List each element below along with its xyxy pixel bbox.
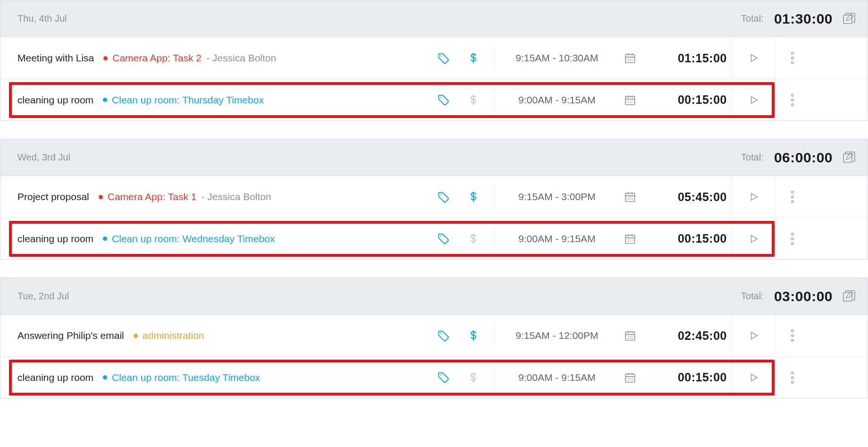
total-time: 03:00:00 <box>774 288 833 304</box>
calendar-button[interactable] <box>614 191 647 203</box>
more-button[interactable] <box>775 357 809 398</box>
more-button[interactable] <box>775 218 809 259</box>
svg-rect-22 <box>843 293 852 301</box>
entry-project[interactable]: Clean up room: Wednesday Timebox <box>103 233 275 245</box>
entries: Meeting with Lisa Camera App: Task 2 - J… <box>0 37 868 120</box>
tag-button[interactable] <box>428 232 458 245</box>
play-button[interactable] <box>732 176 775 218</box>
svg-point-14 <box>791 191 793 193</box>
svg-point-10 <box>791 103 793 105</box>
svg-point-9 <box>791 99 793 101</box>
calendar-button[interactable] <box>614 94 647 106</box>
billable-button[interactable] <box>458 232 489 246</box>
entries: Project proposal Camera App: Task 1 - Je… <box>0 176 868 259</box>
svg-rect-24 <box>625 332 635 340</box>
svg-point-16 <box>791 201 793 202</box>
bulk-edit-icon[interactable] <box>843 290 856 303</box>
more-button[interactable] <box>775 176 809 218</box>
day-header: Tue, 2nd Jul Total: 03:00:00 <box>0 278 868 315</box>
day-group: Thu, 4th Jul Total: 01:30:00 Meeting wit… <box>0 0 868 121</box>
time-range[interactable]: 9:15AM - 10:30AM <box>500 52 614 64</box>
entry-duration[interactable]: 00:15:00 <box>647 232 732 245</box>
svg-rect-13 <box>625 193 635 201</box>
divider <box>494 227 495 251</box>
svg-point-27 <box>791 339 793 341</box>
billable-button[interactable] <box>458 329 489 343</box>
svg-point-25 <box>791 330 793 332</box>
time-range[interactable]: 9:00AM - 9:15AM <box>500 372 614 383</box>
tag-button[interactable] <box>428 191 458 203</box>
divider <box>494 46 495 70</box>
play-button[interactable] <box>732 357 775 398</box>
entry-project[interactable]: Camera App: Task 1 - Jessica Bolton <box>99 191 271 202</box>
svg-point-12 <box>440 194 441 195</box>
entry-duration[interactable]: 00:15:00 <box>647 371 732 384</box>
bulk-edit-icon[interactable] <box>843 13 856 25</box>
play-button[interactable] <box>732 37 775 79</box>
entry-duration[interactable]: 05:45:00 <box>647 190 732 204</box>
billable-button[interactable] <box>458 51 489 65</box>
entry-description-area[interactable]: Answering Philip's email administration <box>17 330 428 341</box>
tag-button[interactable] <box>428 371 458 384</box>
time-range[interactable]: 9:00AM - 9:15AM <box>500 94 614 106</box>
svg-rect-29 <box>625 374 635 382</box>
entry-description-area[interactable]: Project proposal Camera App: Task 1 - Je… <box>17 191 428 202</box>
entry-description: Answering Philip's email <box>17 330 124 341</box>
svg-point-21 <box>791 242 793 244</box>
svg-point-15 <box>791 196 793 198</box>
tag-button[interactable] <box>428 52 458 65</box>
client-label: - Jessica Bolton <box>206 52 276 64</box>
entry-description-area[interactable]: cleaning up room Clean up room: Thursday… <box>17 94 428 106</box>
billable-button[interactable] <box>458 93 489 107</box>
day-date: Thu, 4th Jul <box>17 13 67 24</box>
entry-description-area[interactable]: cleaning up room Clean up room: Tuesday … <box>17 372 428 383</box>
entry-duration[interactable]: 01:15:00 <box>647 51 732 65</box>
svg-rect-18 <box>625 235 635 243</box>
calendar-button[interactable] <box>614 52 647 64</box>
more-button[interactable] <box>775 79 809 120</box>
svg-point-5 <box>791 62 793 64</box>
entry-project[interactable]: administration <box>134 330 204 341</box>
entry-project[interactable]: Clean up room: Thursday Timebox <box>103 94 264 106</box>
entry-description: cleaning up room <box>17 233 93 245</box>
time-range[interactable]: 9:15AM - 3:00PM <box>500 191 614 202</box>
svg-point-30 <box>791 371 793 373</box>
entry-project[interactable]: Camera App: Task 2 - Jessica Bolton <box>103 52 276 64</box>
time-entry[interactable]: Project proposal Camera App: Task 1 - Je… <box>0 176 868 218</box>
tag-button[interactable] <box>428 329 458 342</box>
entry-duration[interactable]: 00:15:00 <box>647 93 732 107</box>
more-button[interactable] <box>775 37 809 79</box>
billable-button[interactable] <box>458 371 489 385</box>
svg-point-6 <box>440 97 441 98</box>
svg-point-8 <box>791 94 793 96</box>
time-entry[interactable]: cleaning up room Clean up room: Wednesda… <box>0 218 868 259</box>
more-button[interactable] <box>775 315 809 356</box>
play-button[interactable] <box>732 79 775 120</box>
time-entry[interactable]: cleaning up room Clean up room: Thursday… <box>0 79 868 120</box>
time-entry[interactable]: cleaning up room Clean up room: Tuesday … <box>0 356 868 398</box>
entry-project[interactable]: Clean up room: Tuesday Timebox <box>103 372 260 383</box>
time-range[interactable]: 9:00AM - 9:15AM <box>500 233 614 245</box>
project-color-dot <box>99 195 103 199</box>
play-button[interactable] <box>732 218 775 259</box>
total-label: Total: <box>741 291 764 302</box>
entry-description-area[interactable]: cleaning up room Clean up room: Wednesda… <box>17 233 428 245</box>
svg-point-17 <box>440 236 441 236</box>
calendar-button[interactable] <box>614 371 647 384</box>
divider <box>494 88 495 112</box>
tag-button[interactable] <box>428 93 458 106</box>
total-label: Total: <box>741 13 764 24</box>
billable-button[interactable] <box>458 190 489 204</box>
entry-description-area[interactable]: Meeting with Lisa Camera App: Task 2 - J… <box>17 52 428 64</box>
svg-rect-11 <box>843 154 852 162</box>
play-button[interactable] <box>732 315 775 356</box>
entry-duration[interactable]: 02:45:00 <box>647 329 732 343</box>
svg-point-31 <box>791 376 793 378</box>
bulk-edit-icon[interactable] <box>843 152 856 164</box>
time-range[interactable]: 9:15AM - 12:00PM <box>500 330 614 341</box>
time-entry[interactable]: Meeting with Lisa Camera App: Task 2 - J… <box>0 37 868 79</box>
calendar-button[interactable] <box>614 329 647 342</box>
project-color-dot <box>103 98 107 102</box>
calendar-button[interactable] <box>614 233 647 245</box>
time-entry[interactable]: Answering Philip's email administration … <box>0 315 868 356</box>
